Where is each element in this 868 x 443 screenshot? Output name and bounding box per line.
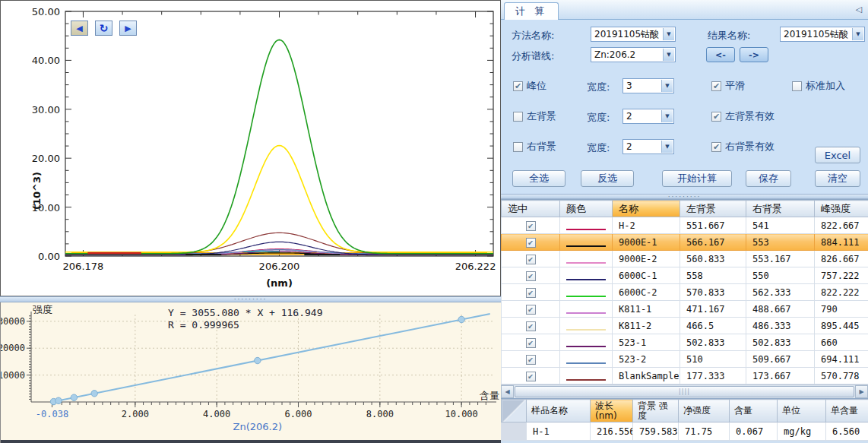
table-row[interactable]: ✔6000C-1558550757.222 [502,267,868,284]
row-checkbox[interactable]: ✔ [526,321,536,331]
row-checkbox[interactable]: ✔ [526,372,536,381]
checkbox-cell[interactable]: ✔ [502,217,560,234]
column-header[interactable]: 含量 [730,400,778,422]
row-checkbox[interactable]: ✔ [526,305,536,315]
chevron-down-icon[interactable]: ▼ [661,80,673,92]
chart-refresh-button[interactable]: ↻ [95,21,112,36]
checkbox-icon[interactable]: ✔ [513,81,523,91]
chart-back-button[interactable]: ◀ [71,21,88,36]
column-header[interactable]: 名称 [613,201,680,217]
scroll-left-icon[interactable]: ◀ [501,385,514,398]
result-name-combo[interactable]: 20191105钴酸 ▼ [780,27,865,42]
column-header[interactable]: 波长 (nm) [591,400,633,422]
column-header[interactable]: 峰强度 [815,201,868,217]
checkbox-cell[interactable]: ✔ [502,234,560,251]
table-row[interactable]: ✔9000E-2560.833553.167826.667 [502,251,868,267]
chart-forward-button[interactable]: ▶ [119,21,137,36]
collapse-panel-icon[interactable]: ◁ [856,5,862,14]
table-row[interactable]: H-1216.556759.58371.750.067mg/kg6.560 [502,422,868,441]
checkbox-cell[interactable]: ✔ [502,318,560,334]
table-row[interactable]: ✔BlankSample1177.333173.667570.778 [502,368,868,384]
column-header[interactable]: 右背景 [746,201,815,217]
results-table-header: 选中颜色名称左背景右背景峰强度 [502,201,868,217]
svg-text:-0.038: -0.038 [36,409,68,419]
row-checkbox[interactable]: ✔ [526,255,536,264]
chevron-down-icon[interactable]: ▼ [852,28,863,40]
table-row[interactable]: ✔9000E-1566.167553884.111 [502,234,868,251]
table-row[interactable]: ✔6000C-2570.833562.333822.222 [502,284,868,301]
row-header-cell[interactable] [502,422,527,441]
column-header[interactable]: 单含量 [826,400,868,422]
right-bg-cell: 541 [746,217,815,234]
column-header[interactable]: 样品名称 [527,400,591,422]
checkbox-icon[interactable]: ✔ [711,112,721,122]
checkbox-cell[interactable]: ✔ [502,267,560,284]
save-button[interactable]: 保存 [746,170,791,187]
checkbox-icon[interactable] [513,142,523,152]
table-row[interactable]: ✔K811-1471.167488.667790 [502,301,868,318]
checkbox-right-background[interactable]: 右背景 [513,140,556,153]
checkbox-icon[interactable]: ✔ [711,142,721,152]
checkbox-cell[interactable]: ✔ [502,351,560,368]
column-header[interactable]: 颜色 [560,201,613,217]
window-bottom-edge [1,440,501,443]
row-checkbox[interactable]: ✔ [526,288,536,298]
right-bg-cell: 553.167 [746,251,815,267]
result-name-label: 结果名称: [708,29,750,43]
checkbox-label: 左背景有效 [725,109,775,123]
table-row[interactable]: ✔523-1502.833502.833660 [502,334,868,351]
row-checkbox[interactable]: ✔ [526,221,536,231]
column-header[interactable]: 背景 强度 [633,400,679,422]
chevron-down-icon[interactable]: ▼ [663,28,674,40]
checkbox-cell[interactable]: ✔ [502,301,560,318]
prev-line-button[interactable]: <- [706,47,735,62]
invert-selection-button[interactable]: 反选 [581,170,634,187]
excel-button[interactable]: Excel [815,147,860,163]
checkbox-cell[interactable]: ✔ [502,368,560,384]
row-checkbox[interactable]: ✔ [526,271,536,281]
chevron-down-icon[interactable]: ▼ [661,110,673,122]
chart-nav-toolbar: ◀ ↻ ▶ [71,21,137,36]
column-header[interactable]: 净强度 [679,400,730,422]
width-combo-3[interactable]: 2 ▼ [622,139,674,154]
checkbox-standard-addition[interactable]: 标准加入 [792,79,845,93]
corner-select-cell[interactable] [502,400,527,422]
checkbox-left-background-valid[interactable]: ✔ 左背景有效 [711,109,775,123]
width-combo-1[interactable]: 3 ▼ [622,78,674,93]
clear-button[interactable]: 清空 [815,170,860,187]
checkbox-cell[interactable]: ✔ [502,284,560,301]
scroll-right-icon[interactable]: ▶ [855,385,868,398]
row-checkbox[interactable]: ✔ [526,338,536,348]
row-checkbox[interactable]: ✔ [526,355,536,365]
chevron-down-icon[interactable]: ▼ [661,141,673,153]
checkbox-peak-position[interactable]: ✔ 峰位 [513,79,546,93]
checkbox-cell[interactable]: ✔ [502,334,560,351]
analysis-line-combo[interactable]: Zn:206.2 ▼ [591,47,676,62]
horizontal-splitter[interactable]: ········· [0,296,501,302]
checkbox-right-background-valid[interactable]: ✔ 右背景有效 [711,140,775,153]
checkbox-icon[interactable] [792,81,802,91]
column-header[interactable]: 左背景 [680,201,746,217]
column-header[interactable]: 选中 [502,201,560,217]
scrollbar-thumb[interactable]: |||| [515,386,854,397]
table-row[interactable]: ✔K811-2466.5486.333895.445 [502,318,868,334]
checkbox-left-background[interactable]: 左背景 [513,109,556,123]
table-row[interactable]: ✔523-2510509.667694.111 [502,351,868,368]
select-all-button[interactable]: 全选 [512,170,565,187]
width-combo-2[interactable]: 2 ▼ [622,109,674,124]
chevron-down-icon[interactable]: ▼ [663,49,674,61]
form-table-splitter[interactable]: ········· [501,194,868,199]
horizontal-scrollbar[interactable]: ◀ |||| ▶ [501,384,868,398]
method-name-combo[interactable]: 20191105钴酸 ▼ [591,27,676,42]
splitter-grip-icon[interactable]: ········· [234,297,268,302]
checkbox-icon[interactable] [513,112,523,122]
start-calc-button[interactable]: 开始计算 [662,170,732,187]
checkbox-icon[interactable]: ✔ [711,81,721,91]
table-row[interactable]: ✔H-2551.667541822.667 [502,217,868,234]
checkbox-cell[interactable]: ✔ [502,251,560,267]
row-checkbox[interactable]: ✔ [526,238,536,248]
checkbox-smooth[interactable]: ✔ 平滑 [711,79,745,93]
column-header[interactable]: 单位 [778,400,826,422]
tab-calc[interactable]: 计 算 [504,2,559,20]
next-line-button[interactable]: -> [740,47,768,62]
